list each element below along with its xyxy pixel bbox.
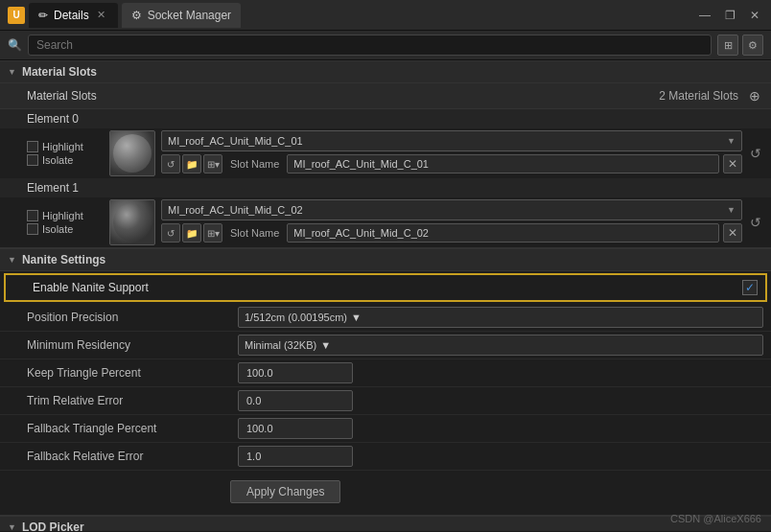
element-1-reset-icon[interactable]: ↺ <box>161 223 180 243</box>
element-1-isolate-row: Isolate <box>27 223 104 235</box>
element-0-checkboxes: Highlight Isolate <box>27 130 104 176</box>
enable-nanite-label: Enable Nanite Support <box>33 281 735 294</box>
element-1-highlight-checkbox[interactable] <box>27 210 38 221</box>
lod-picker-title: LOD Picker <box>22 520 84 531</box>
settings-button[interactable]: ⚙ <box>742 35 763 56</box>
material-slots-header[interactable]: ▼ Material Slots <box>0 60 771 83</box>
element-0-isolate-checkbox[interactable] <box>27 154 38 166</box>
tab-details-icon: ✏ <box>38 9 48 22</box>
element-1-browse-icon[interactable]: ⊞▾ <box>203 223 222 243</box>
element-0-material-name: MI_roof_AC_Unit_Mid_C_01 <box>168 135 303 147</box>
element-0-preview <box>109 130 155 176</box>
keep-triangle-label: Keep Triangle Percent <box>27 366 238 380</box>
minimum-residency-value: Minimal (32KB) ▼ <box>238 335 763 356</box>
element-1-highlight-row: Highlight <box>27 210 104 221</box>
element-0-slot-name-input[interactable] <box>287 154 719 173</box>
element-1-slot-name-label: Slot Name <box>226 227 283 239</box>
lod-picker-section: ▼ LOD Picker LOD LOD Auto ▼ <box>0 516 771 531</box>
tab-socket-label: Socket Manager <box>148 9 231 22</box>
minimum-residency-dropdown[interactable]: Minimal (32KB) ▼ <box>238 335 763 356</box>
element-1-reset-button[interactable]: ↺ <box>748 199 763 245</box>
fallback-relative-label: Fallback Relative Error <box>27 450 238 463</box>
element-1-slot-icons: ↺ 📁 ⊞▾ <box>161 223 222 243</box>
material-slots-title: Material Slots <box>22 65 97 79</box>
maximize-button[interactable]: ❐ <box>721 7 738 24</box>
element-0-dropdown-row: MI_roof_AC_Unit_Mid_C_01 ▼ <box>161 130 742 151</box>
element-1-highlight-label: Highlight <box>42 210 83 221</box>
element-0-slot-name-label: Slot Name <box>226 158 283 170</box>
tab-details-close[interactable]: ✕ <box>95 9 108 22</box>
element-0-delete-button[interactable]: ✕ <box>723 154 742 173</box>
element-0-isolate-label: Isolate <box>42 154 73 166</box>
window-controls: — ❐ ✕ <box>696 7 763 24</box>
tab-details[interactable]: ✏ Details ✕ <box>29 3 118 28</box>
position-precision-row: Position Precision 1/512cm (0.00195cm) ▼ <box>0 304 771 332</box>
nanite-settings-section: ▼ Nanite Settings Enable Nanite Support … <box>0 248 771 516</box>
details-panel: ▼ Material Slots Material Slots 2 Materi… <box>0 60 771 531</box>
trim-relative-row: Trim Relative Error <box>0 387 771 415</box>
element-0-browse-icon[interactable]: ⊞▾ <box>203 154 222 173</box>
minimum-residency-label: Minimum Residency <box>27 338 238 352</box>
element-1-controls: MI_roof_AC_Unit_Mid_C_02 ▼ ↺ 📁 ⊞▾ Slot N… <box>161 199 742 245</box>
fallback-triangle-input[interactable] <box>238 418 353 439</box>
element-1-slot-row: ↺ 📁 ⊞▾ Slot Name ✕ <box>161 223 742 243</box>
nanite-settings-header[interactable]: ▼ Nanite Settings <box>0 248 771 271</box>
enable-nanite-checkbox[interactable]: ✓ <box>742 280 758 295</box>
element-1-row: Highlight Isolate MI_roof_AC_Unit_Mid_C_… <box>0 197 771 247</box>
element-1-isolate-label: Isolate <box>42 223 73 235</box>
element-0-material-dropdown[interactable]: MI_roof_AC_Unit_Mid_C_01 ▼ <box>161 130 742 151</box>
tab-socket-manager[interactable]: ⚙ Socket Manager <box>122 3 241 28</box>
element-1-material-name: MI_roof_AC_Unit_Mid_C_02 <box>168 204 303 216</box>
apply-changes-button[interactable]: Apply Changes <box>230 480 340 503</box>
element-0-highlight-checkbox[interactable] <box>27 141 38 152</box>
search-icon: 🔍 <box>8 38 22 52</box>
position-precision-value: 1/512cm (0.00195cm) ▼ <box>238 307 763 328</box>
element-1-delete-button[interactable]: ✕ <box>723 223 742 243</box>
keep-triangle-input[interactable] <box>238 362 353 383</box>
grid-view-button[interactable]: ⊞ <box>717 35 738 56</box>
element-1-slot-name-input[interactable] <box>287 223 719 243</box>
element-0-reset-icon[interactable]: ↺ <box>161 154 180 173</box>
fallback-relative-input[interactable] <box>238 446 353 467</box>
element-1-folder-icon[interactable]: 📁 <box>182 223 201 243</box>
element-0-reset-button[interactable]: ↺ <box>748 130 763 176</box>
element-1-material-dropdown[interactable]: MI_roof_AC_Unit_Mid_C_02 ▼ <box>161 199 742 220</box>
position-precision-label: Position Precision <box>27 311 238 324</box>
fallback-triangle-row: Fallback Triangle Percent <box>0 415 771 443</box>
element-1-preview <box>109 199 155 245</box>
minimize-button[interactable]: — <box>696 7 713 24</box>
element-1-dropdown-arrow: ▼ <box>727 205 736 215</box>
material-slots-section: ▼ Material Slots Material Slots 2 Materi… <box>0 60 771 248</box>
element-0-isolate-row: Isolate <box>27 154 104 166</box>
fallback-relative-row: Fallback Relative Error <box>0 443 771 471</box>
element-1-name: Element 1 <box>27 181 79 195</box>
element-0-controls: MI_roof_AC_Unit_Mid_C_01 ▼ ↺ 📁 ⊞▾ Slot N… <box>161 130 742 176</box>
trim-relative-label: Trim Relative Error <box>27 394 238 407</box>
element-0-row: Highlight Isolate MI_roof_AC_Unit_Mid_C_… <box>0 128 771 178</box>
position-precision-text: 1/512cm (0.00195cm) <box>245 312 347 323</box>
element-0-folder-icon[interactable]: 📁 <box>182 154 201 173</box>
lod-picker-header[interactable]: ▼ LOD Picker <box>0 516 771 531</box>
search-input[interactable] <box>28 35 712 56</box>
add-slot-button[interactable]: ⊕ <box>746 87 763 104</box>
position-precision-arrow: ▼ <box>351 312 362 323</box>
fallback-triangle-value <box>238 418 763 439</box>
minimum-residency-text: Minimal (32KB) <box>245 339 316 351</box>
position-precision-dropdown[interactable]: 1/512cm (0.00195cm) ▼ <box>238 307 763 328</box>
element-1-header: Element 1 <box>0 178 771 197</box>
close-button[interactable]: ✕ <box>746 7 763 24</box>
element-0-dropdown-arrow: ▼ <box>727 136 736 146</box>
search-bar: 🔍 ⊞ ⚙ <box>0 31 771 60</box>
apply-changes-container: Apply Changes <box>0 471 771 515</box>
element-1-dropdown-row: MI_roof_AC_Unit_Mid_C_02 ▼ <box>161 199 742 220</box>
element-1-section: Element 1 Highlight Isolate <box>0 178 771 247</box>
tab-socket-icon: ⚙ <box>131 9 142 22</box>
material-slots-subheader: Material Slots 2 Material Slots ⊕ <box>0 83 771 109</box>
element-0-slot-icons: ↺ 📁 ⊞▾ <box>161 154 222 173</box>
element-1-isolate-checkbox[interactable] <box>27 223 38 235</box>
title-bar: U ✏ Details ✕ ⚙ Socket Manager — ❐ ✕ <box>0 0 771 31</box>
element-0-highlight-label: Highlight <box>42 141 83 152</box>
minimum-residency-arrow: ▼ <box>320 339 331 351</box>
trim-relative-input[interactable] <box>238 390 353 411</box>
nanite-settings-arrow: ▼ <box>8 255 16 265</box>
